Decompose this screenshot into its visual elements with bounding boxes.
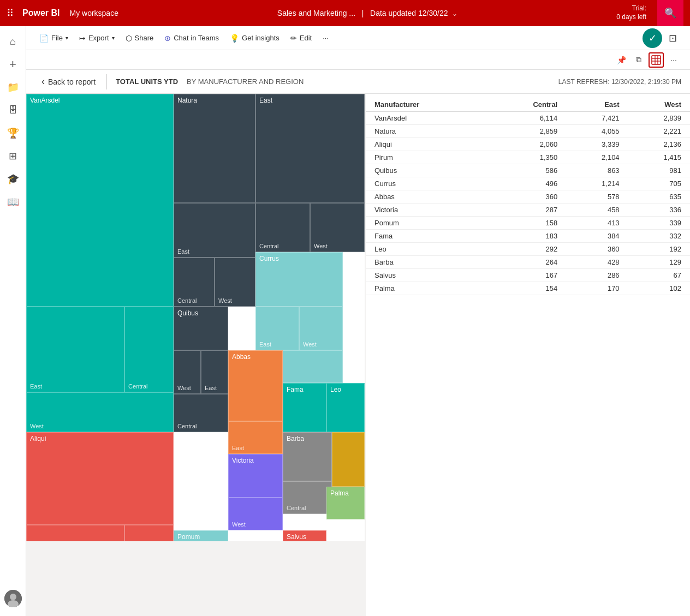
- tab-by-manufacturer[interactable]: BY MANUFACTURER AND REGION: [182, 77, 308, 86]
- data-table: ManufacturerCentralEastWest VanArsdel6,1…: [366, 98, 690, 295]
- search-button[interactable]: 🔍: [657, 0, 683, 26]
- table-header: East: [566, 98, 628, 111]
- more-icon-button[interactable]: ···: [666, 52, 681, 68]
- sidebar-browse[interactable]: 📁: [2, 76, 24, 98]
- table-cell: 2,859: [491, 125, 566, 138]
- data-table-container: ManufacturerCentralEastWest VanArsdel6,1…: [366, 94, 690, 616]
- table-cell: 6,114: [491, 111, 566, 125]
- treemap-block[interactable]: East: [228, 421, 283, 454]
- table-cell: 332: [628, 230, 690, 243]
- table-row: Victoria287458336: [366, 204, 690, 217]
- back-to-report-button[interactable]: ‹ Back to report: [35, 73, 102, 91]
- treemap-block[interactable]: VanArsdel: [26, 94, 174, 307]
- treemap-block[interactable]: Fama: [283, 383, 326, 432]
- sidebar: ⌂ + 📁 🗄 🏆 ⊞ 🎓 📖 🖥: [0, 26, 26, 616]
- sidebar-learn[interactable]: 🎓: [2, 168, 24, 190]
- table-icon-button[interactable]: [649, 52, 664, 68]
- treemap[interactable]: VanArsdelEastCentralWestNaturaEastCentra…: [26, 94, 365, 541]
- treemap-block[interactable]: East: [201, 350, 228, 394]
- table-cell: 863: [566, 164, 628, 177]
- file-button[interactable]: 📄 File ▾: [35, 31, 73, 45]
- sidebar-create[interactable]: +: [2, 53, 24, 75]
- tab-total-units[interactable]: TOTAL UNITS YTD: [111, 77, 182, 86]
- table-cell: Palma: [366, 282, 491, 295]
- treemap-block[interactable]: Quibus: [174, 307, 228, 350]
- chevron-icon[interactable]: ⌄: [452, 10, 457, 17]
- pin-icon-button[interactable]: 📌: [614, 52, 629, 68]
- treemap-block[interactable]: Natura: [174, 94, 255, 203]
- treemap-block[interactable]: Currus: [255, 252, 343, 307]
- treemap-block[interactable]: Central: [174, 394, 228, 432]
- export-button[interactable]: ↦ Export ▾: [75, 31, 119, 45]
- share-button[interactable]: ⬡ Share: [121, 31, 158, 45]
- treemap-block[interactable]: Central: [255, 203, 310, 252]
- treemap-block[interactable]: Central: [124, 307, 174, 392]
- treemap-block[interactable]: Abbas: [228, 350, 283, 421]
- table-cell: 360: [491, 190, 566, 204]
- treemap-block[interactable]: Salvus: [283, 530, 326, 541]
- treemap-block[interactable]: East: [174, 203, 255, 258]
- table-cell: 360: [566, 243, 628, 256]
- sidebar-home[interactable]: ⌂: [2, 31, 24, 52]
- treemap-block[interactable]: West: [310, 203, 365, 252]
- table-cell: 384: [566, 230, 628, 243]
- sidebar-goals[interactable]: 🏆: [2, 122, 24, 144]
- treemap-block[interactable]: East: [255, 307, 299, 350]
- table-row: Pirum1,3502,1041,415: [366, 151, 690, 164]
- svg-rect-3: [652, 56, 661, 64]
- trial-info: Trial: 0 days left: [616, 4, 646, 21]
- treemap-block[interactable]: Leo: [326, 383, 365, 432]
- table-cell: 67: [628, 269, 690, 282]
- table-cell: Barba: [366, 256, 491, 269]
- treemap-block[interactable]: Pomum: [174, 530, 228, 541]
- profile-circle[interactable]: ✓: [643, 28, 662, 48]
- table-row: Pomum158413339: [366, 217, 690, 230]
- workspace-name[interactable]: My workspace: [69, 9, 118, 17]
- table-cell: 292: [491, 243, 566, 256]
- treemap-block[interactable]: East: [26, 525, 124, 541]
- table-cell: 586: [491, 164, 566, 177]
- table-cell: 2,136: [628, 138, 690, 151]
- treemap-block[interactable]: West: [26, 392, 174, 432]
- treemap-block[interactable]: Central: [283, 481, 332, 514]
- treemap-block[interactable]: Central: [124, 525, 174, 541]
- treemap-block[interactable]: Central: [174, 258, 215, 307]
- treemap-block[interactable]: West: [215, 258, 255, 307]
- table-cell: 1,214: [566, 177, 628, 190]
- get-insights-button[interactable]: 💡 Get insights: [225, 31, 284, 45]
- chat-in-teams-button[interactable]: ⊛ Chat in Teams: [160, 31, 223, 45]
- table-cell: Pirum: [366, 151, 491, 164]
- table-cell: 2,104: [566, 151, 628, 164]
- table-header: Manufacturer: [366, 98, 491, 111]
- table-cell: 2,221: [628, 125, 690, 138]
- sidebar-apps[interactable]: ⊞: [2, 145, 24, 167]
- treemap-block[interactable]: Victoria: [228, 454, 283, 498]
- treemap-block[interactable]: West: [174, 350, 201, 394]
- table-cell: Salvus: [366, 269, 491, 282]
- table-cell: Pomum: [366, 217, 491, 230]
- treemap-block[interactable]: Aliqui: [26, 432, 174, 525]
- table-row: VanArsdel6,1147,4212,839: [366, 111, 690, 125]
- treemap-block[interactable]: Palma: [326, 487, 365, 519]
- user-avatar[interactable]: [4, 590, 22, 607]
- apps-grid-icon[interactable]: ⠿: [7, 7, 14, 19]
- table-cell: 158: [491, 217, 566, 230]
- table-cell: 336: [628, 204, 690, 217]
- sidebar-book[interactable]: 📖: [2, 191, 24, 213]
- more-options-button[interactable]: ···: [318, 31, 333, 45]
- duplicate-icon-button[interactable]: ⧉: [631, 52, 646, 68]
- table-cell: 287: [491, 204, 566, 217]
- table-cell: 635: [628, 190, 690, 204]
- edit-button[interactable]: ✏ Edit: [286, 31, 316, 45]
- treemap-block[interactable]: West: [299, 307, 343, 350]
- toolbar-more2[interactable]: ⊡: [664, 29, 681, 47]
- sidebar-data[interactable]: 🗄: [2, 99, 24, 121]
- treemap-block[interactable]: East: [255, 94, 365, 203]
- treemap-block[interactable]: East: [26, 307, 124, 392]
- table-row: Abbas360578635: [366, 190, 690, 204]
- treemap-block[interactable]: [332, 432, 365, 487]
- last-refresh-label: LAST REFRESH: 12/30/2022, 2:19:30 PM: [558, 78, 681, 86]
- treemap-block[interactable]: Barba: [283, 432, 332, 481]
- table-row: Barba264428129: [366, 256, 690, 269]
- treemap-block[interactable]: West: [228, 498, 283, 530]
